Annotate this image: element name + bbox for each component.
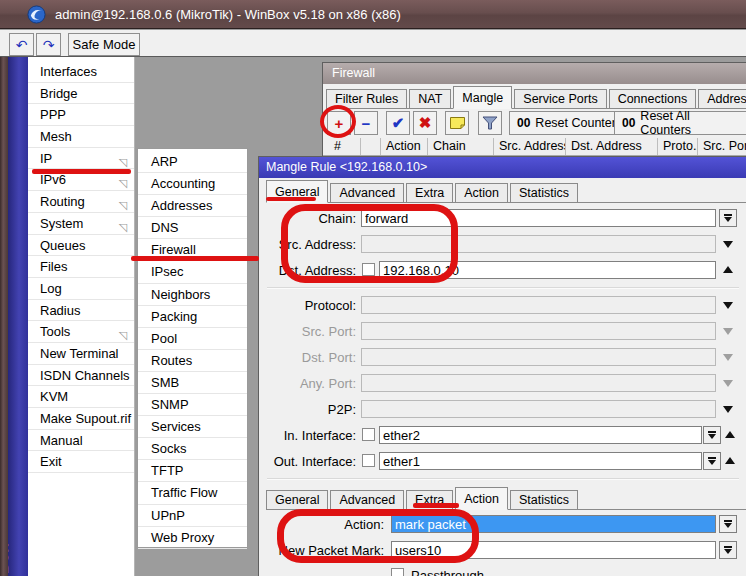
- new-packet-mark-dropdown-button[interactable]: [719, 541, 737, 559]
- expand-down-icon[interactable]: [723, 406, 733, 413]
- dst-address-input[interactable]: [379, 261, 716, 279]
- submenu-item-socks[interactable]: Socks: [138, 438, 247, 460]
- src-port-row: Src. Port:: [259, 322, 746, 340]
- tab-extra[interactable]: Extra: [406, 183, 453, 202]
- sidebar-item-queues[interactable]: Queues: [28, 235, 134, 257]
- column-protocol[interactable]: Proto...: [658, 138, 698, 155]
- column-dst-address[interactable]: Dst. Address: [566, 138, 658, 155]
- column-src-port[interactable]: Src. Port: [698, 138, 746, 155]
- tab-general[interactable]: General: [266, 180, 328, 203]
- tab-action-2[interactable]: Action: [455, 487, 508, 510]
- tab-nat[interactable]: NAT: [409, 89, 451, 108]
- tab-general-2[interactable]: General: [266, 490, 328, 509]
- submenu-item-firewall[interactable]: Firewall: [138, 239, 247, 261]
- action-input[interactable]: [391, 515, 716, 533]
- tab-filter-rules[interactable]: Filter Rules: [326, 89, 407, 108]
- tab-action[interactable]: Action: [455, 183, 508, 202]
- sidebar-item-files[interactable]: Files: [28, 256, 134, 278]
- submenu-item-arp[interactable]: ARP: [138, 151, 247, 173]
- sidebar-item-new-terminal[interactable]: New Terminal: [28, 343, 134, 365]
- filter-button[interactable]: [478, 111, 502, 135]
- submenu-item-services[interactable]: Services: [138, 416, 247, 438]
- chain-input[interactable]: [361, 209, 716, 227]
- submenu-item-web-proxy[interactable]: Web Proxy: [138, 527, 247, 549]
- new-packet-mark-input[interactable]: [391, 541, 716, 559]
- column-number[interactable]: #: [323, 138, 361, 155]
- add-rule-button[interactable]: +: [327, 111, 351, 135]
- submenu-item-snmp[interactable]: SNMP: [138, 394, 247, 416]
- column-chain[interactable]: Chain: [428, 138, 494, 155]
- redo-button[interactable]: ↷: [36, 33, 61, 56]
- reset-all-counters-button[interactable]: 00 Reset All Counters: [614, 111, 746, 135]
- in-interface-negate-checkbox[interactable]: [362, 428, 375, 441]
- any-port-label: Any. Port:: [259, 376, 356, 391]
- tab-statistics[interactable]: Statistics: [510, 183, 578, 202]
- submenu-item-routes[interactable]: Routes: [138, 350, 247, 372]
- out-interface-dropdown-button[interactable]: [703, 452, 721, 470]
- submenu-item-dns[interactable]: DNS: [138, 217, 247, 239]
- tab-address-lists[interactable]: Address Lists: [698, 89, 746, 108]
- collapse-up-icon[interactable]: [725, 457, 735, 464]
- undo-button[interactable]: ↶: [9, 33, 34, 56]
- submenu-item-addresses[interactable]: Addresses: [138, 195, 247, 217]
- submenu-item-smb[interactable]: SMB: [138, 372, 247, 394]
- protocol-input[interactable]: [361, 296, 716, 314]
- sidebar-item-radius[interactable]: Radius: [28, 300, 134, 322]
- tab-mangle[interactable]: Mangle: [453, 86, 512, 109]
- reset-counters-button[interactable]: 00 Reset Counters: [509, 111, 630, 135]
- submenu-item-pool[interactable]: Pool: [138, 328, 247, 350]
- sidebar-item-system[interactable]: System◹: [28, 213, 134, 235]
- out-interface-negate-checkbox[interactable]: [362, 454, 375, 467]
- sidebar-item-interfaces[interactable]: Interfaces: [28, 61, 134, 83]
- expand-down-icon[interactable]: [723, 241, 733, 248]
- sidebar-item-bridge[interactable]: Bridge: [28, 83, 134, 105]
- submenu-item-ipsec[interactable]: IPsec: [138, 261, 247, 283]
- column-icon[interactable]: [361, 138, 381, 155]
- chain-dropdown-button[interactable]: [719, 209, 737, 227]
- submenu-item-tftp[interactable]: TFTP: [138, 460, 247, 482]
- column-src-address[interactable]: Src. Address: [494, 138, 566, 155]
- submenu-item-accounting[interactable]: Accounting: [138, 173, 247, 195]
- column-action[interactable]: Action: [381, 138, 428, 155]
- tab-extra-2[interactable]: Extra: [406, 490, 453, 509]
- dst-address-negate-checkbox[interactable]: [362, 263, 375, 276]
- submenu-item-upnp[interactable]: UPnP: [138, 505, 247, 527]
- tab-service-ports[interactable]: Service Ports: [514, 89, 606, 108]
- safe-mode-button[interactable]: Safe Mode: [68, 33, 140, 56]
- sidebar-item-kvm[interactable]: KVM: [28, 386, 134, 408]
- sidebar-item-ip[interactable]: IP◹: [28, 148, 134, 170]
- in-interface-label: In. Interface:: [259, 428, 356, 443]
- tab-statistics-2[interactable]: Statistics: [510, 490, 578, 509]
- tab-advanced[interactable]: Advanced: [330, 183, 404, 202]
- tab-connections[interactable]: Connections: [609, 89, 697, 108]
- sidebar-item-tools[interactable]: Tools◹: [28, 321, 134, 343]
- submenu-item-traffic-flow[interactable]: Traffic Flow: [138, 482, 247, 504]
- comment-button[interactable]: [445, 111, 469, 135]
- submenu-item-neighbors[interactable]: Neighbors: [138, 284, 247, 306]
- collapse-up-icon[interactable]: [723, 266, 733, 273]
- sidebar-item-make-supout[interactable]: Make Supout.rif: [28, 408, 134, 430]
- sidebar-item-ppp[interactable]: PPP: [28, 104, 134, 126]
- in-interface-input[interactable]: [379, 426, 702, 444]
- expand-down-icon[interactable]: [723, 302, 733, 309]
- sidebar-item-isdn-channels[interactable]: ISDN Channels: [28, 365, 134, 387]
- tab-advanced-2[interactable]: Advanced: [330, 490, 404, 509]
- out-interface-input[interactable]: [379, 452, 702, 470]
- sidebar-item-mesh[interactable]: Mesh: [28, 126, 134, 148]
- passthrough-checkbox[interactable]: [391, 568, 404, 576]
- sidebar-item-routing[interactable]: Routing◹: [28, 191, 134, 213]
- sidebar-item-manual[interactable]: Manual: [28, 430, 134, 452]
- expand-down-icon: [723, 328, 733, 335]
- disable-rule-button[interactable]: ✖: [413, 111, 437, 135]
- sidebar-item-log[interactable]: Log: [28, 278, 134, 300]
- sidebar-item-ipv6[interactable]: IPv6◹: [28, 169, 134, 191]
- src-address-input[interactable]: [361, 235, 716, 253]
- action-dropdown-button[interactable]: [719, 515, 737, 533]
- remove-rule-button[interactable]: −: [354, 111, 378, 135]
- in-interface-dropdown-button[interactable]: [703, 426, 721, 444]
- sidebar-item-exit[interactable]: Exit: [28, 451, 134, 473]
- p2p-input[interactable]: [361, 400, 716, 418]
- submenu-item-packing[interactable]: Packing: [138, 306, 247, 328]
- enable-rule-button[interactable]: ✔: [386, 111, 410, 135]
- collapse-up-icon[interactable]: [725, 431, 735, 438]
